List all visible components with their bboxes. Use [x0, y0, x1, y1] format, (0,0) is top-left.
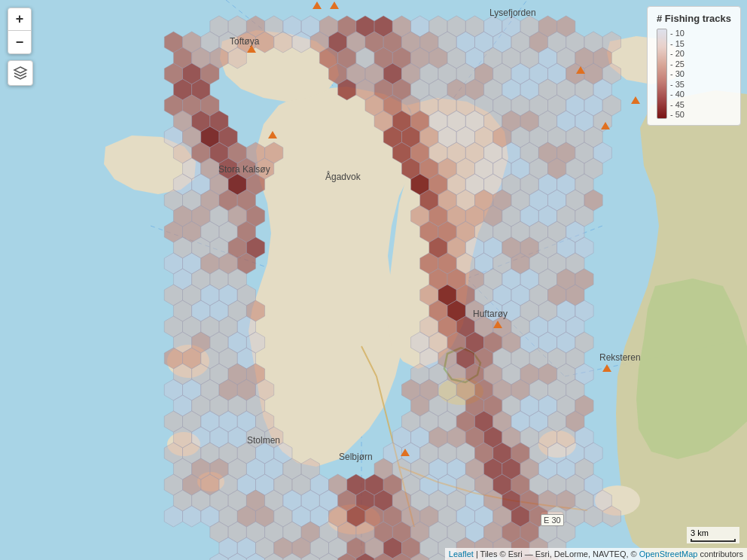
svg-point-15 [595, 485, 640, 516]
svg-point-11 [197, 472, 224, 492]
svg-point-12 [328, 504, 380, 534]
zoom-in-button[interactable]: + [8, 8, 31, 31]
legend-label-10: - 10 [670, 29, 684, 38]
legend-label-25: - 25 [670, 59, 684, 68]
scale-label: 3 km [691, 528, 709, 537]
svg-rect-16 [541, 512, 563, 524]
attribution-contributors-text: contributors [700, 549, 743, 558]
legend-title: # Fishing tracks [657, 13, 731, 24]
legend-label-30: - 30 [670, 69, 684, 78]
layers-icon [13, 65, 28, 81]
zoom-controls: + − [8, 8, 32, 54]
legend-labels: - 10 - 15 - 20 - 25 - 30 - 35 - 40 - 45 … [670, 29, 684, 119]
osm-link[interactable]: OpenStreetMap [639, 549, 698, 558]
legend-label-20: - 20 [670, 49, 684, 58]
attribution: Leaflet | Tiles © Esri — Esri, DeLorme, … [445, 548, 747, 560]
legend-label-50: - 50 [670, 110, 684, 119]
leaflet-link[interactable]: Leaflet [449, 549, 474, 558]
zoom-out-button[interactable]: − [8, 31, 31, 53]
legend-label-40: - 40 [670, 90, 684, 99]
map-container[interactable]: Lysefjorden Toftøya Stora Kalsøy Ågadvok… [0, 0, 747, 560]
legend-color-bar [657, 29, 667, 119]
attribution-tiles-text: Tiles © Esri — Esri, DeLorme, NAVTEQ, © [480, 549, 637, 558]
map-background [0, 0, 747, 560]
scale-line [691, 539, 736, 542]
svg-point-10 [167, 432, 200, 456]
legend: # Fishing tracks - 10 - 15 - 20 - 25 - 3… [647, 6, 741, 126]
legend-scale: - 10 - 15 - 20 - 25 - 30 - 35 - 40 - 45 … [657, 29, 731, 119]
svg-point-9 [167, 345, 209, 378]
legend-label-35: - 35 [670, 80, 684, 89]
legend-label-15: - 15 [670, 39, 684, 48]
scale-bar: 3 km [687, 527, 739, 543]
svg-marker-17 [14, 67, 26, 73]
legend-label-45: - 45 [670, 100, 684, 109]
layer-control-button[interactable] [8, 60, 33, 86]
svg-point-14 [538, 431, 576, 458]
